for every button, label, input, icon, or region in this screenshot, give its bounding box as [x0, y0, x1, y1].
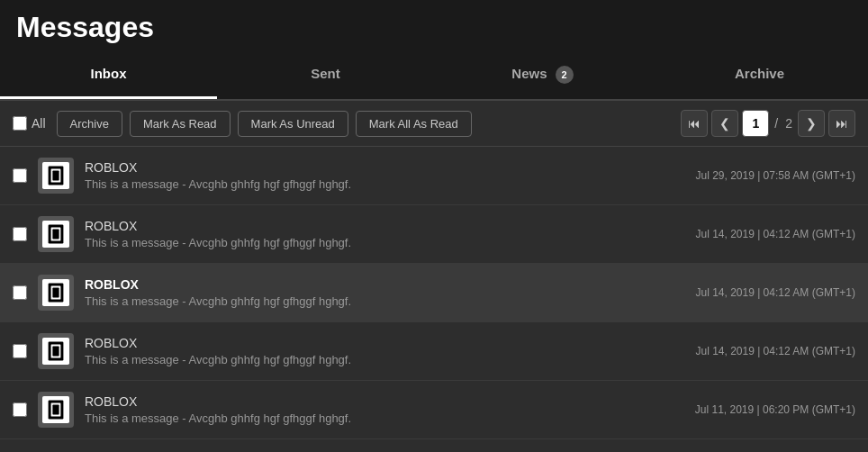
tab-archive[interactable]: Archive	[651, 53, 868, 99]
message-checkbox[interactable]	[13, 344, 27, 358]
mark-all-read-button[interactable]: Mark All As Read	[356, 111, 472, 137]
mark-unread-button[interactable]: Mark As Unread	[238, 111, 348, 137]
page-title: Messages	[0, 0, 868, 53]
message-date: Jul 29, 2019 | 07:58 AM (GMT+1)	[695, 169, 855, 182]
avatar	[38, 392, 74, 428]
svg-rect-3	[52, 171, 59, 181]
roblox-logo-icon	[42, 396, 69, 423]
message-sender: ROBLOX	[85, 219, 684, 233]
message-row[interactable]: ROBLOX This is a message - Avcghb ghhfg …	[0, 147, 868, 205]
avatar	[38, 216, 74, 252]
message-preview: This is a message - Avcghb ghhfg hgf gfh…	[85, 236, 684, 249]
message-row[interactable]: ROBLOX This is a message - Avcghb ghhfg …	[0, 381, 868, 439]
message-preview: This is a message - Avcghb ghhfg hgf gfh…	[85, 294, 684, 308]
archive-button[interactable]: Archive	[57, 111, 122, 137]
roblox-logo-icon	[42, 162, 69, 189]
message-content: ROBLOX This is a message - Avcghb ghhfg …	[85, 219, 684, 249]
message-row[interactable]: ROBLOX This is a message - Avcghb ghhfg …	[0, 264, 868, 322]
message-content: ROBLOX This is a message - Avcghb ghhfg …	[85, 394, 684, 425]
message-sender: ROBLOX	[85, 336, 684, 350]
message-content: ROBLOX This is a message - Avcghb ghhfg …	[85, 277, 684, 308]
avatar	[38, 158, 74, 194]
message-content: ROBLOX This is a message - Avcghb ghhfg …	[85, 160, 684, 191]
tab-sent[interactable]: Sent	[217, 53, 434, 99]
select-all-label[interactable]: All	[13, 116, 46, 131]
avatar	[38, 333, 74, 369]
roblox-logo-icon	[42, 338, 69, 365]
avatar	[38, 275, 74, 311]
news-badge: 2	[556, 66, 574, 84]
prev-page-button[interactable]: ❮	[711, 110, 738, 137]
select-all-checkbox[interactable]	[13, 116, 27, 131]
message-checkbox[interactable]	[13, 285, 27, 300]
pagination: ⏮ ❮ 1 / 2 ❯ ⏭	[681, 110, 855, 137]
svg-rect-19	[52, 405, 59, 415]
last-page-button[interactable]: ⏭	[828, 110, 855, 137]
roblox-logo-icon	[42, 279, 69, 306]
message-row[interactable]: ROBLOX This is a message - Avcghb ghhfg …	[0, 322, 868, 381]
first-page-button[interactable]: ⏮	[681, 110, 708, 137]
roblox-logo-icon	[42, 221, 69, 248]
message-content: ROBLOX This is a message - Avcghb ghhfg …	[85, 336, 684, 366]
toolbar: All Archive Mark As Read Mark As Unread …	[0, 101, 868, 147]
svg-rect-11	[52, 288, 59, 298]
next-page-button[interactable]: ❯	[798, 110, 825, 137]
message-sender: ROBLOX	[85, 277, 684, 292]
message-preview: This is a message - Avcghb ghhfg hgf gfh…	[85, 177, 684, 191]
svg-rect-15	[52, 347, 59, 357]
message-row[interactable]: ROBLOX This is a message - Avcghb ghhfg …	[0, 205, 868, 264]
message-checkbox[interactable]	[13, 402, 27, 417]
message-checkbox[interactable]	[13, 227, 27, 241]
tab-news[interactable]: News 2	[434, 53, 651, 99]
page-separator: /	[773, 116, 780, 131]
message-checkbox[interactable]	[13, 168, 27, 183]
current-page-button[interactable]: 1	[742, 110, 769, 137]
tab-inbox[interactable]: Inbox	[0, 53, 217, 99]
svg-rect-7	[52, 230, 59, 240]
tab-bar: Inbox Sent News 2 Archive	[0, 53, 868, 101]
mark-read-button[interactable]: Mark As Read	[130, 111, 231, 137]
message-date: Jul 14, 2019 | 04:12 AM (GMT+1)	[695, 286, 855, 299]
total-pages: 2	[783, 116, 794, 131]
message-date: Jul 11, 2019 | 06:20 PM (GMT+1)	[695, 403, 855, 416]
message-sender: ROBLOX	[85, 160, 684, 175]
message-date: Jul 14, 2019 | 04:12 AM (GMT+1)	[695, 345, 855, 357]
message-preview: This is a message - Avcghb ghhfg hgf gfh…	[85, 411, 684, 425]
message-list: ROBLOX This is a message - Avcghb ghhfg …	[0, 147, 868, 439]
message-sender: ROBLOX	[85, 394, 684, 409]
message-date: Jul 14, 2019 | 04:12 AM (GMT+1)	[695, 228, 855, 240]
message-preview: This is a message - Avcghb ghhfg hgf gfh…	[85, 353, 684, 366]
